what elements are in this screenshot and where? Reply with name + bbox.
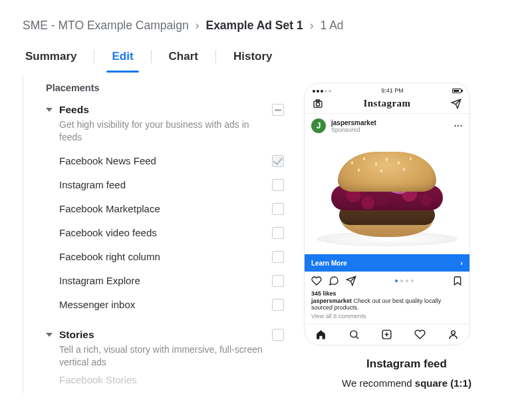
group-checkbox-feeds[interactable] [272,104,284,116]
placement-item[interactable]: Instagram feed [46,173,284,197]
placement-item[interactable]: Instagram Explore [46,269,284,293]
placement-label: Instagram Explore [59,275,272,286]
instagram-header: Instagram [305,95,469,114]
cta-label: Learn More [311,260,347,267]
breadcrumb-adset[interactable]: Example Ad Set 1 [205,19,303,33]
battery-icon [452,89,462,93]
group-desc: Tell a rich, visual story with immersive… [46,342,284,374]
bookmark-icon[interactable] [452,276,463,286]
view-all-comments[interactable]: View all 8 comments [305,311,469,323]
cta-bar[interactable]: Learn More › [305,254,469,272]
tab-summary[interactable]: Summary [23,47,79,71]
placement-checkbox[interactable] [272,251,284,263]
tab-edit[interactable]: Edit [109,47,136,71]
instagram-bottom-nav [305,323,469,345]
tab-chart[interactable]: Chart [166,47,201,71]
carousel-dots [363,280,446,282]
breadcrumb-campaign[interactable]: SME - MTO Example Campaign [23,19,189,33]
svg-point-8 [451,331,455,335]
preview-title: Instagram feed [304,357,509,371]
chevron-down-icon[interactable] [46,108,53,112]
chevron-right-icon: › [460,259,463,267]
send-icon [451,99,462,109]
tabs: Summary Edit Chart History [23,47,509,72]
signal-icon [313,87,332,94]
search-icon[interactable] [348,329,360,340]
avatar: J [311,118,326,133]
breadcrumb: SME - MTO Example Campaign › Example Ad … [23,19,509,33]
placement-checkbox[interactable] [272,203,284,215]
add-post-icon[interactable] [381,329,392,340]
comment-icon[interactable] [329,276,339,286]
heart-icon[interactable] [311,276,322,286]
placement-checkbox[interactable] [272,155,284,167]
likes-count: 345 likes [305,290,469,297]
breadcrumb-ads[interactable]: 1 Ad [321,19,344,33]
account-name: jaspersmarket [331,119,376,126]
divider [94,50,94,63]
svg-point-3 [350,331,357,337]
post-actions [305,272,469,290]
placement-group-stories: Stories Tell a rich, visual story with i… [46,325,284,387]
chevron-right-icon: › [310,19,314,33]
profile-icon[interactable] [448,329,459,340]
group-label[interactable]: Feeds [59,104,265,116]
placement-label: Messenger inbox [59,299,272,310]
placement-item[interactable]: Facebook video feeds [46,221,284,245]
placement-item[interactable]: Messenger inbox [46,293,284,317]
placement-checkbox[interactable] [272,179,284,191]
chevron-right-icon: › [196,19,200,33]
group-label[interactable]: Stories [59,329,265,341]
preview-recommendation: We recommend square (1:1) [304,377,509,389]
placement-label: Facebook video feeds [59,227,272,238]
device-status-bar: 9:41 PM [305,83,469,95]
placement-label: Facebook News Feed [59,155,272,166]
placement-item[interactable]: Facebook right column [46,245,284,269]
home-icon[interactable] [315,329,327,340]
placement-label: Instagram feed [59,179,272,190]
preview-device: 9:41 PM Instagram J jaspersmarket [304,83,470,345]
placement-checkbox[interactable] [272,275,284,287]
divider [151,50,152,63]
placement-item-truncated: Facebook Stories [46,374,284,385]
chevron-down-icon[interactable] [46,333,53,337]
group-desc: Get high visibility for your business wi… [46,117,284,149]
placement-checkbox[interactable] [272,227,284,239]
sponsored-label: Sponsored [331,126,376,133]
activity-icon[interactable] [414,329,426,340]
placement-label: Facebook right column [59,251,272,262]
svg-point-1 [316,103,319,106]
share-icon[interactable] [346,276,356,286]
post-header: J jaspersmarket Sponsored ··· [305,114,469,138]
placement-group-feeds: Feeds Get high visibility for your busin… [46,100,284,318]
tab-history[interactable]: History [231,47,275,71]
divider [215,50,216,63]
camera-icon [313,99,323,109]
more-icon[interactable]: ··· [454,121,463,130]
placement-item[interactable]: Facebook Marketplace [46,197,284,221]
group-checkbox-stories[interactable] [272,329,284,341]
post-image [305,138,469,254]
placement-item[interactable]: Facebook News Feed [46,149,284,173]
section-title-placements: Placements [46,83,284,93]
placement-checkbox[interactable] [272,299,284,311]
post-caption: jaspersmarket Check out our best quality… [305,297,469,311]
instagram-logo: Instagram [363,98,410,109]
placement-label: Facebook Marketplace [59,203,272,214]
status-time: 9:41 PM [381,87,404,94]
svg-line-4 [356,337,358,339]
